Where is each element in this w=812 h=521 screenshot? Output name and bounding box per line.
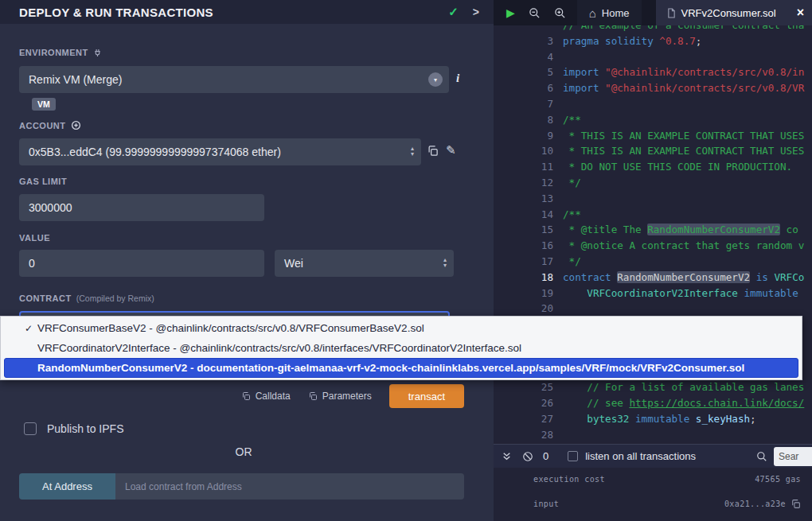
copy-value-icon[interactable] [791, 499, 801, 509]
line-number: 18 [494, 270, 553, 286]
calldata-button[interactable]: Calldata [241, 391, 291, 402]
panel-collapse-chevron-icon[interactable]: > [473, 6, 479, 18]
contract-option[interactable]: VRFCoordinatorV2Interface - @chainlink/c… [1, 338, 802, 358]
code-line[interactable]: 13 [494, 191, 812, 207]
or-separator: OR [0, 445, 487, 458]
line-number: 26 [494, 395, 553, 411]
close-tab-icon[interactable]: × [797, 6, 804, 20]
code-line[interactable]: 19 VRFCoordinatorV2Interface immutable [494, 286, 812, 301]
edit-account-icon[interactable]: ✎ [446, 143, 456, 157]
account-label-row: ACCOUNT [19, 120, 81, 130]
copy-parameters-icon [308, 391, 318, 401]
code-line[interactable]: // An example of a consumer contract tha [494, 25, 812, 33]
line-number: 3 [494, 33, 553, 49]
remix-app: DEPLOY & RUN TRANSACTIONS ✓ > ENVIRONMEN… [0, 0, 812, 521]
at-address-button[interactable]: At Address [19, 473, 115, 500]
run-script-play-icon[interactable]: ▶ [506, 6, 515, 19]
tab-home[interactable]: ⌂ Home [577, 0, 642, 25]
code-line[interactable]: 3pragma solidity ^0.8.7; [494, 33, 812, 49]
code-line[interactable]: 17 */ [494, 254, 812, 270]
code-line[interactable]: 25 // For a list of available gas lanes [494, 379, 812, 395]
line-number: 19 [494, 286, 553, 301]
line-number: 8 [494, 112, 553, 128]
detail-value: 47565 gas [755, 475, 801, 484]
code-line[interactable]: 8/** [494, 112, 812, 128]
contract-option-label: RandomNumberConsumerV2 - documentation-g… [37, 362, 744, 374]
compile-success-check-icon: ✓ [448, 5, 459, 19]
add-account-icon[interactable] [71, 120, 81, 130]
code-line[interactable]: 10 * THIS IS AN EXAMPLE CONTRACT THAT US… [494, 143, 812, 159]
contract-option-label: VRFCoordinatorV2Interface - @chainlink/c… [37, 342, 521, 354]
code-line[interactable]: 20 [494, 301, 812, 317]
contract-label: CONTRACT [19, 294, 72, 303]
line-number: 14 [494, 207, 553, 223]
code-line[interactable]: 18contract RandomNumberConsumerV2 is VRF… [494, 270, 812, 286]
at-address-input[interactable] [115, 473, 464, 500]
code-text: // see https://docs.chain.link/docs/ [563, 395, 804, 411]
environment-value: Remix VM (Merge) [29, 73, 122, 86]
contract-option-label: VRFConsumerBaseV2 - @chainlink/contracts… [37, 322, 424, 334]
tab-vrfv2consumer[interactable]: VRFv2Consumer.sol × [656, 0, 812, 25]
environment-label: ENVIRONMENT [19, 48, 88, 57]
value-unit-select[interactable]: Wei ▴▾ [275, 250, 454, 277]
code-text: contract RandomNumberConsumerV2 is VRFCo [563, 270, 804, 286]
line-number [494, 25, 553, 33]
code-line[interactable]: 7 [494, 96, 812, 112]
code-line[interactable]: 4 [494, 49, 812, 65]
code-line[interactable]: 26 // see https://docs.chain.link/docs/ [494, 395, 812, 411]
code-line[interactable]: 5import "@chainlink/contracts/src/v0.8/i… [494, 64, 812, 80]
environment-label-row: ENVIRONMENT [19, 48, 102, 57]
transact-button[interactable]: transact [389, 384, 464, 408]
editor-tabbar: ▶ ⌂ Home [494, 0, 812, 25]
code-area[interactable]: // An example of a consumer contract tha… [494, 25, 812, 444]
listen-all-transactions-checkbox[interactable] [568, 451, 578, 461]
code-line[interactable]: 6import "@chainlink/contracts/src/v0.8/V… [494, 80, 812, 96]
code-editor: ▶ ⌂ Home [494, 0, 812, 521]
code-line[interactable]: 11 * DO NOT USE THIS CODE IN PRODUCTION. [494, 159, 812, 175]
at-address-row: At Address [19, 473, 464, 500]
code-text: /** [563, 207, 581, 223]
line-number: 4 [494, 49, 553, 65]
code-line[interactable]: 16 * @notice A contract that gets random… [494, 238, 812, 254]
environment-select[interactable]: Remix VM (Merge) ▾ [19, 66, 449, 93]
panel-header: DEPLOY & RUN TRANSACTIONS ✓ > [0, 0, 494, 24]
value-label-row: VALUE [19, 233, 50, 243]
editor-toolbar: ▶ [494, 0, 577, 25]
publish-ipfs-checkbox[interactable] [24, 422, 37, 435]
code-text: * DO NOT USE THIS CODE IN PRODUCTION. [563, 159, 792, 175]
copy-account-icon[interactable] [427, 145, 439, 157]
line-number: 9 [494, 128, 553, 144]
line-number: 7 [494, 96, 553, 112]
contract-option[interactable]: RandomNumberConsumerV2 - documentation-g… [4, 358, 798, 378]
code-line[interactable]: 14/** [494, 207, 812, 223]
line-number: 16 [494, 238, 553, 254]
code-line[interactable]: 27 bytes32 immutable s_keyHash; [494, 411, 812, 427]
terminal-search-input[interactable] [774, 447, 812, 466]
code-line[interactable]: 9 * THIS IS AN EXAMPLE CONTRACT THAT USE… [494, 128, 812, 144]
code-line[interactable]: 28 [494, 427, 812, 443]
expand-terminal-icon[interactable] [502, 451, 512, 461]
code-text: */ [563, 175, 581, 191]
contract-label-row: CONTRACT (Compiled by Remix) [19, 294, 154, 303]
code-line[interactable]: 12 */ [494, 175, 812, 191]
panel-title: DEPLOY & RUN TRANSACTIONS [19, 6, 448, 19]
value-input[interactable] [19, 250, 264, 277]
clear-console-icon[interactable] [522, 451, 533, 462]
detail-value: 0xa21...a23e [724, 499, 801, 509]
line-number: 5 [494, 64, 553, 80]
zoom-in-icon[interactable] [554, 7, 566, 19]
deploy-actions-row: Calldata Parameters transact [19, 383, 464, 409]
zoom-out-icon[interactable] [529, 7, 541, 19]
environment-caret-icon: ▾ [428, 72, 443, 87]
account-caret-icon: ▴▾ [411, 146, 414, 157]
parameters-button[interactable]: Parameters [308, 391, 372, 402]
line-number: 11 [494, 159, 553, 175]
publish-ipfs-row: Publish to IPFS [24, 422, 124, 435]
gas-limit-input[interactable] [19, 194, 264, 221]
code-text: * THIS IS AN EXAMPLE CONTRACT THAT USES [563, 143, 804, 159]
info-icon[interactable]: i [456, 72, 459, 85]
code-line[interactable]: 15 * @title The RandomNumberConsumerV2 c… [494, 222, 812, 238]
contract-option[interactable]: ✓VRFConsumerBaseV2 - @chainlink/contract… [1, 318, 802, 338]
detail-key: execution cost [533, 475, 605, 484]
account-select[interactable]: 0x5B3...eddC4 (99.99999999999997374068 e… [19, 138, 421, 165]
